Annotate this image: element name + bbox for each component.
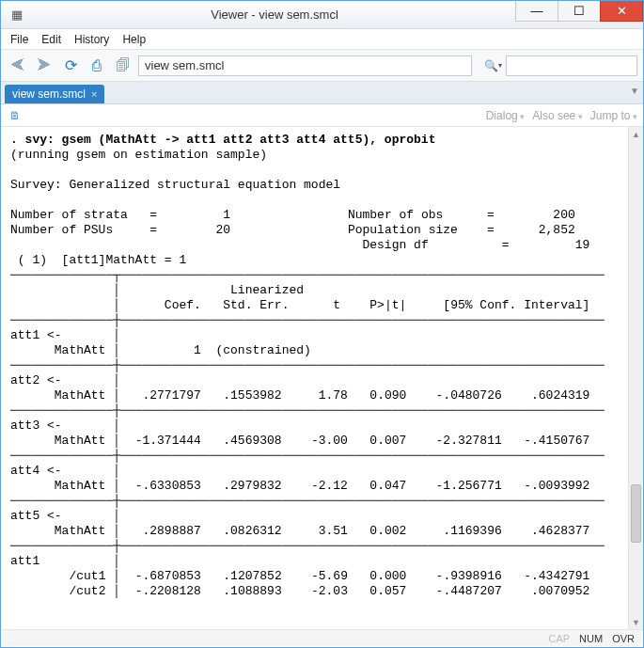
out-nobs-lbl: Number of obs = [348,208,495,222]
row-att2-p: 0.090 [369,388,406,403]
app-icon: ▦ [1,8,33,22]
arrow-left-icon: ⮜ [10,57,25,74]
output-text: . svy: gsem (MathAtt -> att1 att2 att3 a… [1,127,643,599]
row-att5-t: 3.51 [319,524,348,538]
tabstrip-menu-icon[interactable]: ▼ [630,86,639,96]
new-viewer-button[interactable]: 🗎 [7,107,24,124]
row-cut1-hi: -.4342791 [524,569,589,583]
hdr-lin: Linearized [230,283,304,297]
menu-help[interactable]: Help [122,33,146,46]
search-input[interactable] [506,55,637,76]
row-att3-lo: -2.327811 [436,434,502,448]
row-cut1-t: -5.69 [311,569,348,583]
search-area: 🔍▾ [483,55,637,76]
row-att2-t: 1.78 [319,388,348,403]
link-also-see[interactable]: Also see [532,109,583,122]
close-button[interactable]: ✕ [600,1,643,22]
new-doc-icon: 🗎 [9,109,21,122]
forward-button[interactable]: ⮞ [33,55,55,77]
print-icon: ⎙ [92,57,102,74]
row-cut2-p: 0.057 [369,584,406,598]
row-cut2-se: .1088893 [223,584,281,598]
search-icon[interactable]: 🔍▾ [483,56,502,75]
out-strata-lbl: Number of strata = [10,208,157,222]
out-pop-lbl: Population size = [348,223,495,237]
vertical-scrollbar[interactable]: ▲ ▼ [628,127,643,630]
out-constraint: ( 1) [att1]MathAtt = 1 [10,253,186,267]
row-att4-t: -2.12 [311,479,348,493]
out-df-val: 19 [575,238,590,252]
arrow-right-icon: ⮞ [37,57,52,74]
tab-close-icon[interactable]: × [91,88,97,100]
out-strata-val: 1 [223,208,230,222]
status-ovr: OVR [612,633,635,644]
toolbar: ⮜ ⮞ ⟳ ⎙ 🗐 🔍▾ [1,50,643,82]
scroll-down-icon[interactable]: ▼ [629,615,643,630]
row-att1-sub: MathAtt [55,343,106,357]
refresh-button[interactable]: ⟳ [59,55,82,77]
row-att4-coef: -.6330853 [135,479,201,493]
maximize-button[interactable]: ☐ [558,1,601,22]
print-button[interactable]: ⎙ [86,55,108,77]
menu-edit[interactable]: Edit [41,33,61,46]
out-df-lbl: Design df = [362,238,509,252]
out-survey: Survey: Generalized structural equation … [10,178,340,192]
row-att2-hi: .6024319 [531,388,589,403]
menu-history[interactable]: History [74,33,109,46]
hdr-coef: Coef. [165,298,201,312]
scroll-up-icon[interactable]: ▲ [629,127,643,142]
window-controls: — ☐ ✕ [516,1,643,28]
row-cut2-coef: -.2208128 [135,584,201,598]
row-att3-sub: MathAtt [55,434,106,448]
minimize-button[interactable]: — [515,1,558,22]
row-cut1-p: 0.000 [369,569,406,583]
out-pop-val: 2,852 [539,223,575,237]
menubar: File Edit History Help [1,29,643,50]
row-att2-lo: -.0480726 [436,388,502,403]
hdr-se: Std. Err. [223,298,289,312]
row-att1-coef: 1 [194,343,201,357]
row-att4-p: 0.047 [369,479,406,493]
row-att5-sub: MathAtt [55,524,106,538]
row-cut2-hi: .0070952 [531,584,589,598]
row-cut-label: att1 [10,554,39,568]
back-button[interactable]: ⮜ [7,55,29,77]
out-psu-lbl: Number of PSUs = [10,223,157,237]
status-cap: CAP [548,633,570,644]
row-cut1-sub: /cut1 [69,569,105,583]
out-psu-val: 20 [215,223,230,237]
row-att1-label: att1 <- [10,328,62,342]
address-input[interactable] [138,55,472,76]
row-att4-label: att4 <- [10,464,62,478]
row-att3-hi: -.4150767 [524,434,589,448]
menu-file[interactable]: File [10,33,28,46]
link-dialog[interactable]: Dialog [486,109,526,122]
link-jump-to[interactable]: Jump to [590,109,637,122]
row-att3-coef: -1.371444 [135,434,201,448]
out-nobs-val: 200 [553,208,574,222]
row-att5-coef: .2898887 [142,524,200,538]
scrollbar-thumb[interactable] [631,484,641,543]
hdr-t: t [333,298,340,312]
row-att4-hi: -.0093992 [524,479,589,493]
search-in-page-button[interactable]: 🗐 [112,55,134,77]
row-att5-hi: .4628377 [531,524,589,538]
out-note: (running gsem on estimation sample) [10,148,267,162]
row-cut1-se: .1207852 [223,569,281,583]
hdr-ci: [95% Conf. Interval] [443,298,589,312]
row-cut2-lo: -.4487207 [436,584,502,598]
titlebar: ▦ Viewer - view sem.smcl — ☐ ✕ [1,1,643,29]
row-att5-p: 0.002 [369,524,406,538]
row-att3-label: att3 <- [10,419,62,433]
row-att5-label: att5 <- [10,509,62,523]
row-att2-se: .1553982 [223,388,281,403]
out-cmd: . svy: gsem (MathAtt -> att1 att2 att3 a… [10,133,435,147]
statusbar: CAP NUM OVR [2,629,642,646]
row-cut2-t: -2.03 [311,584,348,598]
row-cut1-lo: -.9398916 [436,569,502,583]
refresh-icon: ⟳ [65,56,77,74]
tabstrip: view sem.smcl × ▼ [1,82,643,104]
status-num: NUM [579,633,603,644]
row-att4-lo: -1.256771 [436,479,502,493]
tab-view-sem[interactable]: view sem.smcl × [5,85,104,103]
